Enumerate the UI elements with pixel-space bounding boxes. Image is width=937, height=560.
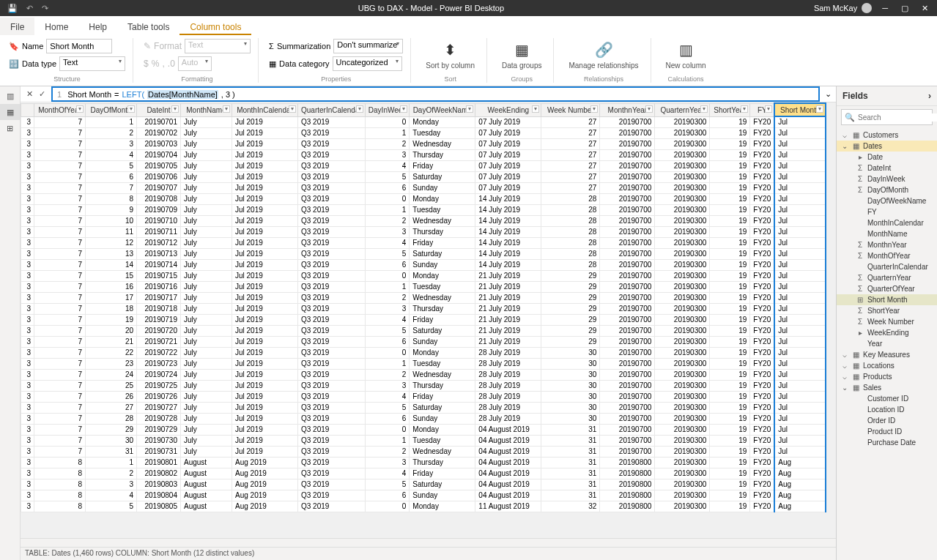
fields-column[interactable]: MonthName <box>837 228 937 239</box>
horizontal-scrollbar[interactable] <box>21 538 836 547</box>
close-icon[interactable]: ✕ <box>922 4 928 13</box>
table-row[interactable]: 37620190706JulyJul 2019Q3 20195Saturday0… <box>21 171 826 182</box>
table-row[interactable]: 371520190715JulyJul 2019Q3 20190Monday21… <box>21 270 826 281</box>
fields-column[interactable]: QuarterInCalendar <box>837 261 937 272</box>
column-header[interactable]: MonthName▾ <box>181 103 232 116</box>
table-row[interactable]: 38120190801AugustAug 2019Q3 20193Thursda… <box>21 457 826 468</box>
filter-icon[interactable]: ▾ <box>400 105 407 113</box>
name-input[interactable] <box>46 39 112 53</box>
table-row[interactable]: 371620190716JulyJul 2019Q3 20191Tuesday2… <box>21 281 826 292</box>
chevron-icon[interactable]: ⌄ <box>841 384 848 392</box>
fields-column[interactable]: Customer ID <box>837 393 937 404</box>
filter-icon[interactable]: ▾ <box>466 105 473 113</box>
fields-column[interactable]: ΣQuarternYear <box>837 272 937 283</box>
table-row[interactable]: 37220190702JulyJul 2019Q3 20191Tuesday07… <box>21 127 826 138</box>
column-header[interactable]: QuarternYear▾ <box>655 103 710 116</box>
filter-icon[interactable]: ▾ <box>171 105 179 113</box>
fields-table[interactable]: ⌄▦Dates <box>837 141 937 152</box>
column-header[interactable]: DateInt▾ <box>137 103 181 116</box>
model-view-icon[interactable]: ⊞ <box>0 120 20 136</box>
table-row[interactable]: 372220190722JulyJul 2019Q3 20190Monday28… <box>21 347 826 358</box>
summarization-select[interactable]: Don't summarize <box>333 39 403 53</box>
filter-icon[interactable]: ▾ <box>765 105 772 113</box>
table-row[interactable]: 37520190705JulyJul 2019Q3 20194Friday07 … <box>21 160 826 171</box>
table-row[interactable]: 371920190719JulyJul 2019Q3 20194Friday21… <box>21 314 826 325</box>
table-row[interactable]: 38520190805AugustAug 2019Q3 20190Monday1… <box>21 501 826 512</box>
chevron-icon[interactable]: ⌵ <box>841 362 848 370</box>
table-row[interactable]: 371720190717JulyJul 2019Q3 20192Wednesda… <box>21 292 826 303</box>
format-select[interactable]: Text <box>185 39 251 53</box>
fields-column[interactable]: ΣShortYear <box>837 305 937 316</box>
table-row[interactable]: 371220190712JulyJul 2019Q3 20194Friday14… <box>21 237 826 248</box>
fields-table[interactable]: ⌄▦Sales <box>837 382 937 393</box>
formula-expand-icon[interactable]: ⌄ <box>820 86 836 102</box>
fields-column[interactable]: ΣDayOfMonth <box>837 184 937 195</box>
filter-icon[interactable]: ▾ <box>816 105 823 113</box>
auto-decimal[interactable]: Auto <box>178 56 212 71</box>
column-header[interactable]: Short Month▾ <box>774 103 826 116</box>
fields-column[interactable]: ΣWeek Number <box>837 316 937 327</box>
tab-column-tools[interactable]: Column tools <box>179 18 251 35</box>
table-row[interactable]: 372020190720JulyJul 2019Q3 20195Saturday… <box>21 325 826 336</box>
undo-icon[interactable]: ↶ <box>26 4 33 13</box>
data-groups-button[interactable]: ▦ Data groups <box>497 38 546 71</box>
fields-table[interactable]: ⌵▦Products <box>837 371 937 382</box>
chevron-icon[interactable]: ⌵ <box>841 373 848 381</box>
user-avatar-icon[interactable] <box>862 3 872 13</box>
column-header[interactable] <box>21 103 34 116</box>
table-row[interactable]: 372120190721JulyJul 2019Q3 20196Sunday21… <box>21 336 826 347</box>
table-row[interactable]: 37320190703JulyJul 2019Q3 20192Wednesday… <box>21 138 826 149</box>
redo-icon[interactable]: ↷ <box>42 4 48 13</box>
table-row[interactable]: 372520190725JulyJul 2019Q3 20193Thursday… <box>21 380 826 391</box>
fields-column[interactable]: FY <box>837 206 937 217</box>
column-header[interactable]: DayInWeek▾ <box>365 103 410 116</box>
minimize-icon[interactable]: ─ <box>882 4 888 13</box>
filter-icon[interactable]: ▾ <box>700 105 708 113</box>
fields-column[interactable]: Purchase Date <box>837 437 937 448</box>
column-header[interactable]: QuarterInCalendar▾ <box>298 103 366 116</box>
column-header[interactable]: MonthOfYear▾ <box>34 103 86 116</box>
manage-relationships-button[interactable]: 🔗 Manage relationships <box>564 38 642 71</box>
table-row[interactable]: 371320190713JulyJul 2019Q3 20195Saturday… <box>21 248 826 259</box>
table-row[interactable]: 38220190802AugustAug 2019Q3 20194Friday0… <box>21 468 826 479</box>
chevron-icon[interactable]: ⌵ <box>841 351 848 359</box>
commit-formula-icon[interactable]: ✓ <box>39 89 45 99</box>
table-row[interactable]: 373020190730JulyJul 2019Q3 20191Tuesday0… <box>21 435 826 446</box>
table-row[interactable]: 38320190803AugustAug 2019Q3 20195Saturda… <box>21 479 826 490</box>
fields-column[interactable]: Order ID <box>837 415 937 426</box>
table-row[interactable]: 37120190701JulyJul 2019Q3 20190Monday07 … <box>21 116 826 127</box>
fields-column[interactable]: MonthInCalendar <box>837 217 937 228</box>
fields-column[interactable]: Product ID <box>837 426 937 437</box>
maximize-icon[interactable]: ▢ <box>901 4 908 13</box>
tab-table-tools[interactable]: Table tools <box>117 18 179 35</box>
fields-column[interactable]: ΣDayInWeek <box>837 173 937 184</box>
fields-table[interactable]: ⌵▦Key Measures <box>837 349 937 360</box>
data-view-icon[interactable]: ▦ <box>0 104 20 120</box>
report-view-icon[interactable]: ▥ <box>0 88 20 104</box>
formula-bar[interactable]: 1 Short Month = LEFT( Dates[MonthName] ,… <box>51 86 820 102</box>
save-icon[interactable]: 💾 <box>7 4 18 13</box>
table-row[interactable]: 37420190704JulyJul 2019Q3 20193Thursday0… <box>21 149 826 160</box>
filter-icon[interactable]: ▾ <box>289 105 296 113</box>
fields-column[interactable]: ΣMonthnYear <box>837 239 937 250</box>
table-row[interactable]: 37820190708JulyJul 2019Q3 20190Monday14 … <box>21 193 826 204</box>
column-header[interactable]: FY▾ <box>750 103 774 116</box>
fields-column[interactable]: ▸Date <box>837 152 937 163</box>
fields-column[interactable]: ΣDateInt <box>837 163 937 173</box>
fields-column[interactable]: Year <box>837 338 937 349</box>
fields-column[interactable]: DayOfWeekName <box>837 195 937 206</box>
table-row[interactable]: 373120190731JulyJul 2019Q3 20192Wednesda… <box>21 446 826 457</box>
user-name[interactable]: Sam McKay <box>814 4 857 12</box>
fields-column[interactable]: Location ID <box>837 404 937 415</box>
sort-by-column-button[interactable]: ⬍ Sort by column <box>421 38 479 71</box>
fields-search[interactable]: 🔍 <box>841 109 933 125</box>
new-column-button[interactable]: ▥ New column <box>662 38 711 71</box>
column-header[interactable]: WeekEnding▾ <box>475 103 541 116</box>
table-row[interactable]: 371820190718JulyJul 2019Q3 20193Thursday… <box>21 303 826 314</box>
fields-column[interactable]: ΣQuarterOfYear <box>837 283 937 294</box>
column-header[interactable]: MonthnYear▾ <box>600 103 655 116</box>
fields-column[interactable]: ΣMonthOfYear <box>837 250 937 261</box>
fields-column[interactable]: ⊞Short Month <box>837 294 937 305</box>
cancel-formula-icon[interactable]: ✕ <box>26 89 33 99</box>
table-row[interactable]: 372320190723JulyJul 2019Q3 20191Tuesday2… <box>21 358 826 369</box>
